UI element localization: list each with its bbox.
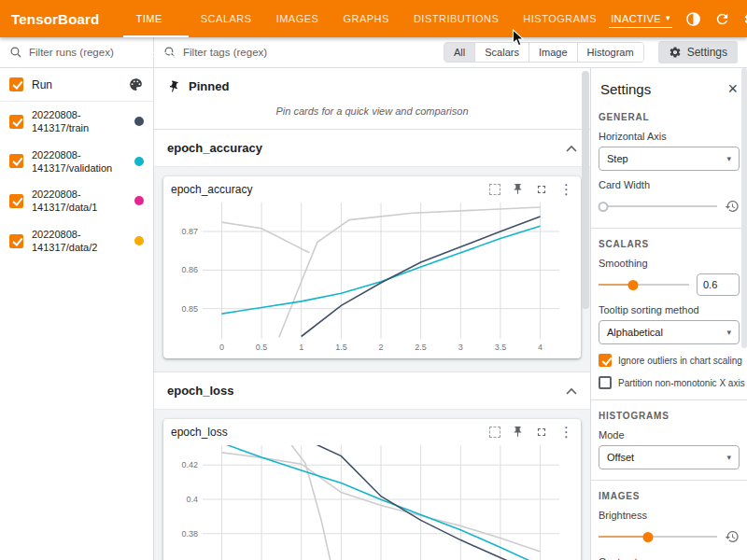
- section-header-epoch-loss[interactable]: epoch_loss: [154, 372, 590, 409]
- collapse-section-icon[interactable]: [566, 145, 577, 152]
- card-title: epoch_accuracy: [171, 183, 252, 196]
- run-checkbox[interactable]: [9, 154, 23, 168]
- tooltip-sorting-select[interactable]: Alphabetical ▾: [599, 320, 740, 344]
- section-header-epoch-accuracy[interactable]: epoch_accuracy: [154, 130, 590, 166]
- epoch-accuracy-chart[interactable]: 00.511.522.533.540.850.860.87: [171, 198, 571, 355]
- nav-tabs: TIME SERIES SCALARS IMAGES GRAPHS DISTRI…: [123, 0, 609, 37]
- collapse-section-icon[interactable]: [566, 387, 577, 395]
- card-width-row: [599, 195, 740, 217]
- smoothing-value-input[interactable]: [697, 273, 740, 296]
- pinned-section-header: Pinned: [154, 68, 590, 97]
- slider-thumb[interactable]: [627, 280, 638, 290]
- fit-domain-icon[interactable]: [489, 184, 500, 195]
- run-checkbox[interactable]: [9, 115, 23, 129]
- partition-x-axis-label: Partition non-monotonic X axis: [618, 378, 745, 388]
- app-body: Run 20220808-141317/train 20220808-14131…: [0, 37, 747, 560]
- histogram-mode-label: Mode: [599, 429, 740, 441]
- gear-icon: [743, 11, 747, 27]
- panel-scrollbar-thumb[interactable]: [741, 68, 747, 348]
- work-row: Pinned Pin cards for a quick view and co…: [154, 68, 747, 560]
- divider: [591, 399, 747, 400]
- card-width-label: Card Width: [599, 179, 740, 190]
- card-width-slider[interactable]: [599, 201, 717, 213]
- reset-to-default-icon[interactable]: [725, 199, 740, 214]
- divider: [591, 480, 747, 481]
- run-color-dot: [134, 196, 144, 205]
- select-all-runs-checkbox[interactable]: [9, 77, 23, 91]
- pin-card-icon[interactable]: [512, 183, 524, 195]
- tooltip-sorting-value: Alphabetical: [607, 327, 663, 338]
- fullscreen-icon[interactable]: [535, 183, 548, 196]
- slider-thumb[interactable]: [643, 532, 654, 542]
- horizontal-axis-select[interactable]: Step ▾: [599, 147, 740, 171]
- contrast-label: Contrast: [599, 556, 740, 560]
- run-name: 20220808-141317/data/2: [32, 228, 126, 255]
- svg-text:0.86: 0.86: [181, 265, 198, 274]
- smoothing-slider[interactable]: [599, 279, 689, 291]
- search-icon: [9, 46, 22, 59]
- settings-panel-header: Settings ×: [599, 68, 740, 106]
- fullscreen-icon[interactable]: [535, 426, 548, 439]
- svg-text:1.5: 1.5: [335, 343, 347, 352]
- svg-text:3: 3: [458, 343, 463, 352]
- tab-graphs[interactable]: GRAPHS: [331, 0, 401, 37]
- chip-scalars[interactable]: Scalars: [474, 43, 529, 62]
- app-logo[interactable]: TensorBoard: [11, 11, 99, 27]
- more-options-icon[interactable]: ⋮: [559, 182, 573, 196]
- run-checkbox[interactable]: [9, 194, 23, 208]
- ignore-outliers-checkbox[interactable]: [599, 354, 612, 367]
- close-icon[interactable]: ×: [727, 80, 738, 97]
- refresh-button[interactable]: [714, 11, 730, 27]
- chip-all[interactable]: All: [444, 43, 474, 62]
- reload-status-select[interactable]: INACTIVE ▾: [609, 10, 672, 28]
- chip-image[interactable]: Image: [529, 43, 577, 62]
- brightness-slider[interactable]: [599, 531, 717, 543]
- pin-card-icon[interactable]: [512, 426, 524, 438]
- topbar: TensorBoard TIME SERIES SCALARS IMAGES G…: [0, 0, 747, 37]
- svg-text:0.4: 0.4: [186, 495, 198, 504]
- fit-domain-icon[interactable]: [489, 427, 500, 438]
- settings-panel: Settings × GENERAL Horizontal Axis Step …: [590, 68, 747, 560]
- pin-icon: [165, 78, 181, 94]
- settings-button-topbar[interactable]: [743, 11, 747, 27]
- section-title: epoch_loss: [167, 384, 234, 398]
- run-checkbox[interactable]: [9, 234, 23, 248]
- horizontal-axis-label: Horizontal Axis: [599, 131, 740, 142]
- partition-x-axis-checkbox[interactable]: [599, 376, 612, 389]
- run-color-dot: [134, 157, 144, 166]
- reset-to-default-icon[interactable]: [725, 529, 740, 544]
- run-filter-row: [0, 37, 153, 68]
- epoch-loss-chart[interactable]: 00.511.522.533.540.360.380.40.42: [171, 441, 571, 560]
- svg-text:1: 1: [299, 343, 303, 352]
- theme-toggle-button[interactable]: [685, 11, 701, 27]
- tab-images[interactable]: IMAGES: [264, 0, 331, 37]
- settings-toggle-button[interactable]: Settings: [658, 41, 738, 63]
- chevron-down-icon: ▾: [666, 14, 670, 22]
- content-column: All Scalars Image Histogram Settings Pin…: [154, 37, 747, 560]
- tab-time-series[interactable]: TIME SERIES: [123, 0, 188, 37]
- run-row: 20220808-141317/train: [0, 102, 153, 142]
- palette-icon: [128, 77, 144, 92]
- smoothing-label: Smoothing: [599, 258, 740, 269]
- scalar-card-epoch-loss: epoch_loss ⋮ 00.511.522.533.540.360.380.…: [163, 419, 581, 560]
- tag-filter-input[interactable]: [183, 47, 437, 58]
- svg-text:4: 4: [538, 343, 543, 352]
- chip-histogram[interactable]: Histogram: [577, 43, 643, 62]
- run-color-palette-button[interactable]: [128, 77, 144, 92]
- run-name: 20220808-141317/train: [32, 108, 126, 135]
- tab-distributions[interactable]: DISTRIBUTIONS: [402, 0, 511, 37]
- svg-text:0.5: 0.5: [256, 343, 268, 352]
- run-row: 20220808-141317/data/2: [0, 221, 153, 261]
- run-name: 20220808-141317/data/1: [32, 188, 126, 215]
- smoothing-row: [599, 273, 740, 296]
- run-filter-input[interactable]: [29, 47, 144, 58]
- tooltip-sorting-label: Tooltip sorting method: [599, 304, 740, 315]
- histogram-mode-select[interactable]: Offset ▾: [599, 445, 740, 469]
- main-scrollbar-thumb[interactable]: [582, 71, 589, 309]
- tab-histograms[interactable]: HISTOGRAMS: [511, 0, 609, 37]
- svg-text:2.5: 2.5: [415, 343, 427, 352]
- slider-fill: [599, 536, 648, 538]
- tab-scalars[interactable]: SCALARS: [189, 0, 264, 37]
- more-options-icon[interactable]: ⋮: [559, 425, 573, 439]
- slider-thumb[interactable]: [599, 202, 609, 212]
